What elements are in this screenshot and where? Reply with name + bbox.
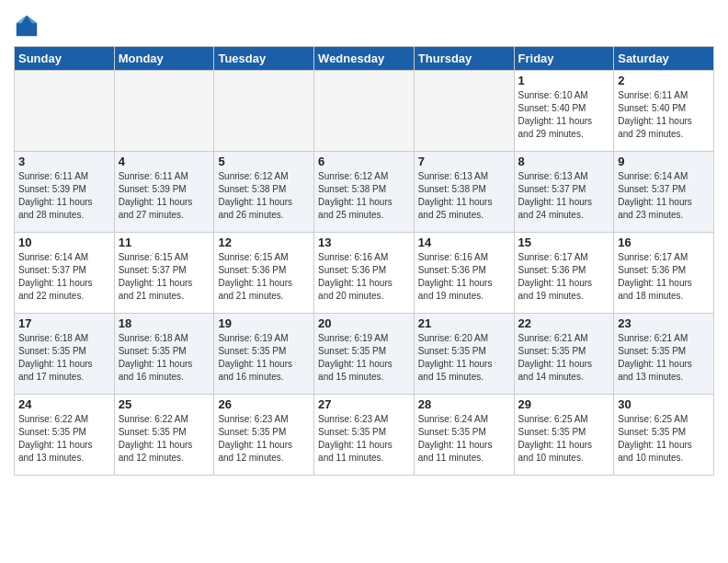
day-info: Sunrise: 6:15 AM Sunset: 5:36 PM Dayligh… xyxy=(218,251,310,303)
calendar-cell: 12Sunrise: 6:15 AM Sunset: 5:36 PM Dayli… xyxy=(214,233,314,314)
day-number: 29 xyxy=(518,397,610,411)
day-info: Sunrise: 6:16 AM Sunset: 5:36 PM Dayligh… xyxy=(418,251,510,303)
weekday-header-saturday: Saturday xyxy=(614,47,714,71)
calendar-cell: 29Sunrise: 6:25 AM Sunset: 5:35 PM Dayli… xyxy=(514,395,614,476)
day-info: Sunrise: 6:10 AM Sunset: 5:40 PM Dayligh… xyxy=(518,89,610,141)
logo xyxy=(14,13,41,39)
weekday-header-thursday: Thursday xyxy=(414,47,514,71)
day-info: Sunrise: 6:24 AM Sunset: 5:35 PM Dayligh… xyxy=(418,413,510,465)
day-info: Sunrise: 6:11 AM Sunset: 5:39 PM Dayligh… xyxy=(119,170,210,222)
weekday-header-friday: Friday xyxy=(514,47,614,71)
calendar-cell: 11Sunrise: 6:15 AM Sunset: 5:37 PM Dayli… xyxy=(114,233,214,314)
svg-marker-0 xyxy=(17,16,37,36)
day-number: 18 xyxy=(119,316,210,330)
calendar-cell xyxy=(414,71,514,152)
day-info: Sunrise: 6:21 AM Sunset: 5:35 PM Dayligh… xyxy=(618,332,710,384)
day-info: Sunrise: 6:18 AM Sunset: 5:35 PM Dayligh… xyxy=(119,332,210,384)
calendar-cell: 1Sunrise: 6:10 AM Sunset: 5:40 PM Daylig… xyxy=(514,71,614,152)
week-row-5: 24Sunrise: 6:22 AM Sunset: 5:35 PM Dayli… xyxy=(15,395,714,476)
calendar-cell: 30Sunrise: 6:25 AM Sunset: 5:35 PM Dayli… xyxy=(614,395,714,476)
day-number: 30 xyxy=(618,397,710,411)
day-info: Sunrise: 6:22 AM Sunset: 5:35 PM Dayligh… xyxy=(18,413,110,465)
calendar-table: SundayMondayTuesdayWednesdayThursdayFrid… xyxy=(14,46,714,476)
day-info: Sunrise: 6:18 AM Sunset: 5:35 PM Dayligh… xyxy=(18,332,110,384)
day-number: 19 xyxy=(218,316,310,330)
day-number: 15 xyxy=(518,236,610,249)
calendar-cell: 9Sunrise: 6:14 AM Sunset: 5:37 PM Daylig… xyxy=(614,152,714,233)
day-number: 8 xyxy=(518,155,610,168)
day-info: Sunrise: 6:19 AM Sunset: 5:35 PM Dayligh… xyxy=(218,332,310,384)
day-info: Sunrise: 6:13 AM Sunset: 5:37 PM Dayligh… xyxy=(518,170,610,222)
day-number: 3 xyxy=(18,155,110,168)
weekday-header-wednesday: Wednesday xyxy=(314,47,415,71)
calendar-cell: 6Sunrise: 6:12 AM Sunset: 5:38 PM Daylig… xyxy=(314,152,415,233)
calendar-cell: 5Sunrise: 6:12 AM Sunset: 5:38 PM Daylig… xyxy=(214,152,314,233)
day-number: 26 xyxy=(218,397,310,411)
weekday-header-sunday: Sunday xyxy=(15,47,115,71)
day-number: 7 xyxy=(418,155,510,168)
week-row-2: 3Sunrise: 6:11 AM Sunset: 5:39 PM Daylig… xyxy=(15,152,714,233)
day-number: 1 xyxy=(518,74,610,87)
day-info: Sunrise: 6:20 AM Sunset: 5:35 PM Dayligh… xyxy=(418,332,510,384)
day-number: 24 xyxy=(18,397,110,411)
weekday-header-monday: Monday xyxy=(114,47,214,71)
day-number: 12 xyxy=(218,236,310,249)
day-number: 20 xyxy=(318,316,410,330)
day-info: Sunrise: 6:12 AM Sunset: 5:38 PM Dayligh… xyxy=(318,170,410,222)
calendar-cell xyxy=(214,71,314,152)
day-number: 23 xyxy=(618,316,710,330)
calendar-cell: 16Sunrise: 6:17 AM Sunset: 5:36 PM Dayli… xyxy=(614,233,714,314)
calendar-cell: 27Sunrise: 6:23 AM Sunset: 5:35 PM Dayli… xyxy=(314,395,415,476)
day-info: Sunrise: 6:21 AM Sunset: 5:35 PM Dayligh… xyxy=(518,332,610,384)
day-number: 28 xyxy=(418,397,510,411)
day-number: 10 xyxy=(18,236,110,249)
page: SundayMondayTuesdayWednesdayThursdayFrid… xyxy=(0,0,728,489)
week-row-3: 10Sunrise: 6:14 AM Sunset: 5:37 PM Dayli… xyxy=(15,233,714,314)
day-info: Sunrise: 6:23 AM Sunset: 5:35 PM Dayligh… xyxy=(218,413,310,465)
calendar-cell xyxy=(15,71,115,152)
calendar-cell: 23Sunrise: 6:21 AM Sunset: 5:35 PM Dayli… xyxy=(614,314,714,395)
day-number: 16 xyxy=(618,236,710,249)
calendar-cell: 28Sunrise: 6:24 AM Sunset: 5:35 PM Dayli… xyxy=(414,395,514,476)
day-number: 27 xyxy=(318,397,410,411)
calendar-cell: 17Sunrise: 6:18 AM Sunset: 5:35 PM Dayli… xyxy=(15,314,115,395)
calendar-cell: 4Sunrise: 6:11 AM Sunset: 5:39 PM Daylig… xyxy=(114,152,214,233)
day-number: 14 xyxy=(418,236,510,249)
day-number: 11 xyxy=(119,236,210,249)
calendar-cell: 7Sunrise: 6:13 AM Sunset: 5:38 PM Daylig… xyxy=(414,152,514,233)
day-info: Sunrise: 6:22 AM Sunset: 5:35 PM Dayligh… xyxy=(119,413,210,465)
calendar-cell: 13Sunrise: 6:16 AM Sunset: 5:36 PM Dayli… xyxy=(314,233,415,314)
day-number: 22 xyxy=(518,316,610,330)
day-info: Sunrise: 6:15 AM Sunset: 5:37 PM Dayligh… xyxy=(119,251,210,303)
day-info: Sunrise: 6:17 AM Sunset: 5:36 PM Dayligh… xyxy=(618,251,710,303)
calendar-cell: 21Sunrise: 6:20 AM Sunset: 5:35 PM Dayli… xyxy=(414,314,514,395)
day-info: Sunrise: 6:19 AM Sunset: 5:35 PM Dayligh… xyxy=(318,332,410,384)
day-info: Sunrise: 6:17 AM Sunset: 5:36 PM Dayligh… xyxy=(518,251,610,303)
calendar-cell: 8Sunrise: 6:13 AM Sunset: 5:37 PM Daylig… xyxy=(514,152,614,233)
day-info: Sunrise: 6:11 AM Sunset: 5:39 PM Dayligh… xyxy=(18,170,110,222)
day-number: 5 xyxy=(218,155,310,168)
day-number: 2 xyxy=(618,74,710,87)
day-number: 9 xyxy=(618,155,710,168)
header xyxy=(14,9,714,39)
weekday-header-tuesday: Tuesday xyxy=(214,47,314,71)
calendar-cell: 20Sunrise: 6:19 AM Sunset: 5:35 PM Dayli… xyxy=(314,314,415,395)
day-info: Sunrise: 6:16 AM Sunset: 5:36 PM Dayligh… xyxy=(318,251,410,303)
calendar-cell: 2Sunrise: 6:11 AM Sunset: 5:40 PM Daylig… xyxy=(614,71,714,152)
day-info: Sunrise: 6:14 AM Sunset: 5:37 PM Dayligh… xyxy=(18,251,110,303)
day-info: Sunrise: 6:14 AM Sunset: 5:37 PM Dayligh… xyxy=(618,170,710,222)
day-number: 21 xyxy=(418,316,510,330)
calendar-cell: 25Sunrise: 6:22 AM Sunset: 5:35 PM Dayli… xyxy=(114,395,214,476)
day-number: 4 xyxy=(119,155,210,168)
calendar-cell xyxy=(114,71,214,152)
calendar-cell: 19Sunrise: 6:19 AM Sunset: 5:35 PM Dayli… xyxy=(214,314,314,395)
weekday-header-row: SundayMondayTuesdayWednesdayThursdayFrid… xyxy=(15,47,714,71)
calendar-cell: 10Sunrise: 6:14 AM Sunset: 5:37 PM Dayli… xyxy=(15,233,115,314)
day-info: Sunrise: 6:13 AM Sunset: 5:38 PM Dayligh… xyxy=(418,170,510,222)
day-info: Sunrise: 6:12 AM Sunset: 5:38 PM Dayligh… xyxy=(218,170,310,222)
calendar-cell: 18Sunrise: 6:18 AM Sunset: 5:35 PM Dayli… xyxy=(114,314,214,395)
calendar-cell: 14Sunrise: 6:16 AM Sunset: 5:36 PM Dayli… xyxy=(414,233,514,314)
week-row-1: 1Sunrise: 6:10 AM Sunset: 5:40 PM Daylig… xyxy=(15,71,714,152)
calendar-cell: 22Sunrise: 6:21 AM Sunset: 5:35 PM Dayli… xyxy=(514,314,614,395)
week-row-4: 17Sunrise: 6:18 AM Sunset: 5:35 PM Dayli… xyxy=(15,314,714,395)
